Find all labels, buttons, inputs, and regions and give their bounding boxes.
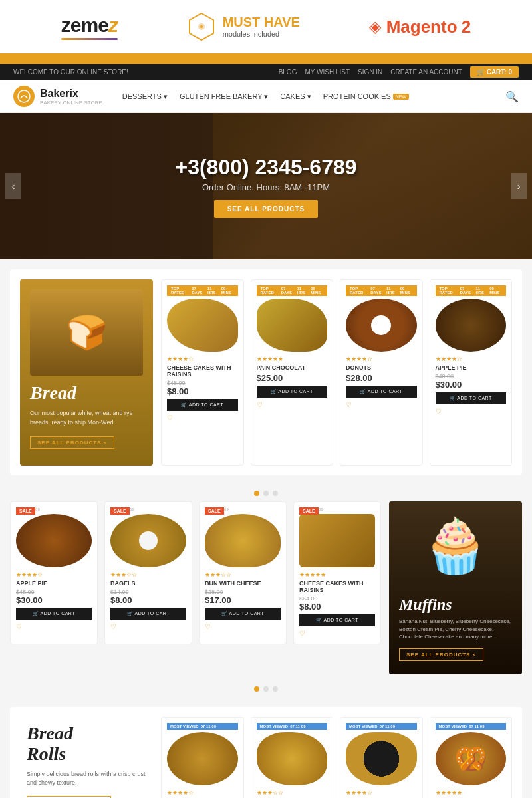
timer-badge-4: TOP RATED 07 DAYS 11 HRS 09 MINS: [436, 285, 507, 296]
timer-label: TOP RATED: [171, 287, 189, 295]
zemes-logo[interactable]: zemez: [61, 14, 118, 40]
dot-row2-1[interactable]: [254, 686, 259, 692]
product-image-7: [205, 514, 281, 567]
bread-see-all-button[interactable]: SEE ALL PRODUCTS »: [30, 436, 114, 449]
nav-cakes[interactable]: CAKES ▾: [280, 92, 311, 101]
product-price-1: $8.00: [167, 386, 238, 396]
add-to-cart-3[interactable]: 🛒 ADD TO CART: [346, 386, 417, 398]
carousel-dots-1: [0, 485, 532, 501]
timer-hours-3: 11 HRS: [386, 287, 398, 295]
brand-logo[interactable]: Bakerix BAKERY ONLINE STORE: [13, 86, 102, 107]
product-image-8: [299, 514, 375, 567]
wishlist-4[interactable]: ♡: [436, 408, 442, 415]
wishlist-2[interactable]: ♡: [257, 401, 263, 408]
product-card-donuts: TOP RATED 07 DAYS 11 HRS 09 MINS ★★★★☆ D…: [340, 279, 423, 466]
wishlist-6[interactable]: ♡: [110, 623, 116, 630]
product-card-cheese-cakes: TOP RATED 07 DAYS 11 HRS 09 MINS ★★★★☆ C…: [161, 279, 244, 466]
search-icon[interactable]: 🔍: [505, 90, 519, 103]
brand-tagline: BAKERY ONLINE STORE: [40, 100, 102, 106]
product-stars-8: ★★★★★: [299, 571, 375, 578]
brand-icon: [13, 86, 35, 107]
timer-mins: 09 MINS: [221, 287, 234, 295]
wishlist-1[interactable]: ♡: [167, 414, 173, 422]
product-image-6: [110, 514, 186, 567]
product-old-price-7: $28.00: [205, 589, 281, 595]
bread-rolls-products-grid: MOST VIEWED 07 11 09 ★★★★☆ APPLE PIE $48…: [161, 717, 512, 798]
dot-2[interactable]: [263, 491, 269, 496]
product-name-2: PAIN CHOCOLAT: [257, 364, 328, 371]
product-price-2: $25.00: [257, 373, 328, 383]
product-card-hostess-cupcake: MOST VIEWED 07 11 09 ★★★★☆ HOSTESS CUPCA…: [340, 717, 423, 798]
timer-badge-1: TOP RATED 07 DAYS 11 HRS 09 MINS: [167, 285, 238, 296]
add-to-cart-4[interactable]: 🛒 ADD TO CART: [436, 392, 507, 404]
nav-protein-cookies[interactable]: PROTEIN COOKIES NEW: [323, 92, 409, 100]
top-banner: zemez MUST HAVE modules included ◈ Magen…: [0, 0, 532, 56]
wishlist-3[interactable]: ♡: [346, 401, 352, 408]
wishlist-8[interactable]: ♡: [299, 630, 305, 637]
product-stars-7: ★★★☆☆: [205, 571, 281, 578]
muffins-title: Muffins: [399, 596, 512, 614]
bread-rolls-desc: Simply delicious bread rolls with a cris…: [27, 770, 146, 788]
slider-next-arrow[interactable]: ›: [511, 173, 527, 200]
add-to-cart-2[interactable]: 🛒 ADD TO CART: [257, 386, 328, 398]
product-card-pain-chocolat: TOP RATED 07 DAYS 11 HRS 09 MINS ★★★★★ P…: [251, 279, 334, 466]
dot-row2-2[interactable]: [263, 686, 269, 692]
most-viewed-badge-3: MOST VIEWED 07 11 09: [346, 723, 417, 730]
timer-label-3: TOP RATED: [350, 287, 368, 295]
product-stars-11: ★★★★☆: [346, 789, 417, 796]
add-to-cart-8[interactable]: 🛒 ADD TO CART: [299, 614, 375, 626]
product-stars-2: ★★★★★: [257, 356, 328, 362]
product-stars-1: ★★★★☆: [167, 356, 238, 362]
dot-row2-3[interactable]: [273, 686, 278, 692]
product-stars-10: ★★★☆☆: [257, 789, 328, 796]
dot-1[interactable]: [254, 491, 259, 496]
create-account-link[interactable]: CREATE AN ACCOUNT: [390, 68, 462, 76]
row2-grid: SALE 07083109 ★★★★☆ APPLE PIE $48.00 $30…: [10, 501, 381, 644]
wishlist-5[interactable]: ♡: [16, 623, 22, 630]
product-image-5: [16, 514, 92, 567]
nav-bar: Bakerix BAKERY ONLINE STORE DESSERTS ▾ G…: [0, 80, 532, 113]
sale-badge-3: SALE: [205, 507, 224, 515]
muffins-see-all-button[interactable]: SEE ALL PRODUCTS »: [399, 648, 483, 661]
wishlist-link[interactable]: MY WISH LIST: [305, 68, 350, 76]
timer-days-3: 07 DAYS: [370, 287, 384, 295]
product-card-apple-pie-mv: MOST VIEWED 07 11 09 ★★★★☆ APPLE PIE $48…: [161, 717, 244, 798]
product-old-price-8: $64.00: [299, 595, 375, 602]
product-image-12: 🥨: [436, 732, 507, 785]
add-to-cart-7[interactable]: 🛒 ADD TO CART: [205, 608, 281, 620]
signin-link[interactable]: SIGN IN: [358, 68, 382, 76]
wishlist-7[interactable]: ♡: [205, 623, 211, 630]
product-image-3: [346, 299, 417, 352]
cart-button[interactable]: 🛒 CART: 0: [470, 66, 519, 78]
product-stars-5: ★★★★☆: [16, 571, 92, 578]
product-price-4: $30.00: [436, 380, 507, 390]
timer-hours: 11 HRS: [207, 287, 219, 295]
bread-rolls-see-all-button[interactable]: SEE ALL PRODUCTS »: [27, 796, 111, 798]
slider-prev-arrow[interactable]: ‹: [5, 173, 21, 200]
store-header: WELCOME TO OUR ONLINE STORE! BLOG MY WIS…: [0, 64, 532, 113]
sale-badge-1: SALE: [16, 507, 35, 515]
hexagon-icon: [187, 12, 216, 41]
nav-gluten-free[interactable]: GLUTEN FREE BAKERY ▾: [180, 92, 268, 101]
nav-desserts[interactable]: DESSERTS ▾: [122, 92, 168, 101]
hero-cta-button[interactable]: SEE ALL PRODUCTS: [214, 200, 319, 218]
magento-logo[interactable]: ◈ Magento 2: [369, 17, 471, 37]
bread-promo-content: Bread Our most popular white, wheat and …: [30, 382, 143, 449]
add-to-cart-5[interactable]: 🛒 ADD TO CART: [16, 608, 92, 620]
product-name-8: CHEESE CAKES WITH RAISINS: [299, 580, 375, 593]
dot-3[interactable]: [273, 491, 278, 496]
product-image-11: [346, 732, 417, 785]
add-to-cart-6[interactable]: 🛒 ADD TO CART: [110, 608, 186, 620]
blog-link[interactable]: BLOG: [279, 68, 297, 76]
product-image-2: [257, 299, 328, 352]
product-old-price-1: $48.00: [167, 380, 238, 386]
add-to-cart-1[interactable]: 🛒 ADD TO CART: [167, 399, 238, 411]
timer-label-2: TOP RATED: [261, 287, 279, 295]
timer-hours-4: 11 HRS: [475, 287, 487, 295]
nav-menu: DESSERTS ▾ GLUTEN FREE BAKERY ▾ CAKES ▾ …: [122, 92, 492, 101]
product-stars-9: ★★★★☆: [167, 789, 238, 796]
product-image-9: [167, 732, 238, 785]
brand-name-container: Bakerix BAKERY ONLINE STORE: [40, 88, 102, 106]
product-card-bagels: SALE 07083109 ★★★☆☆ BAGELS $14.00 $8.00 …: [104, 501, 192, 644]
product-card-apple-pie-sale: SALE 07083109 ★★★★☆ APPLE PIE $48.00 $30…: [10, 501, 98, 644]
